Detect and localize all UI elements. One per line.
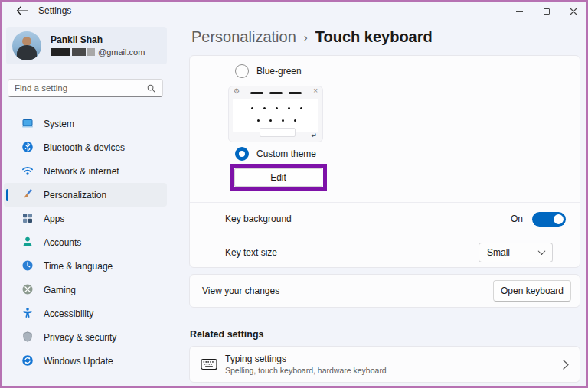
- setting-label: Key background: [225, 214, 292, 224]
- system-icon: [21, 117, 34, 129]
- search-icon: [146, 83, 156, 93]
- setting-label: View your changes: [202, 285, 279, 296]
- sidebar-item-label: Windows Update: [44, 356, 113, 367]
- key-dots-row: [257, 119, 296, 122]
- maximize-icon: [544, 8, 550, 15]
- typing-settings-title: Typing settings: [225, 354, 387, 364]
- close-icon: [570, 8, 577, 15]
- search-input[interactable]: [15, 83, 146, 93]
- sidebar-item-label: Bluetooth & devices: [44, 142, 125, 153]
- titlebar: Settings: [0, 0, 588, 21]
- user-name: Pankil Shah: [51, 34, 145, 45]
- close-button[interactable]: [560, 2, 586, 21]
- edit-button[interactable]: Edit: [234, 168, 322, 187]
- selected-indicator: [6, 189, 8, 201]
- sidebar-item-accounts[interactable]: Accounts: [4, 230, 167, 254]
- sidebar-item-bluetooth[interactable]: Bluetooth & devices: [4, 135, 167, 159]
- key-text-size-dropdown[interactable]: Small: [479, 243, 553, 262]
- breadcrumb-separator-icon: ›: [304, 31, 308, 44]
- sidebar-item-label: Privacy & security: [44, 332, 116, 343]
- key-dots-row: [251, 107, 302, 109]
- user-profile[interactable]: Pankil Shah @gmail.com: [6, 27, 167, 64]
- apps-icon: [21, 212, 34, 224]
- radio-custom-theme[interactable]: Custom theme: [235, 147, 316, 161]
- key-background-row: Key background On: [190, 202, 580, 236]
- sidebar-item-label: Accounts: [44, 237, 81, 248]
- breadcrumb: Personalization › Touch keyboard: [191, 28, 433, 46]
- radio-label: Blue-green: [256, 66, 302, 77]
- sidebar-item-time-language[interactable]: Time & language: [4, 254, 167, 278]
- avatar: [12, 31, 41, 60]
- keyboard-handle-dashes: [229, 92, 322, 94]
- search-box[interactable]: [8, 79, 163, 97]
- window-controls: [506, 2, 586, 21]
- personalization-icon: [21, 188, 34, 201]
- page-title: Touch keyboard: [315, 28, 433, 46]
- setting-label: Key text size: [225, 247, 277, 258]
- keyboard-icon: [201, 358, 217, 370]
- sidebar-item-label: System: [44, 119, 74, 129]
- toggle-state-label: On: [511, 214, 523, 224]
- annotation-highlight-box: Edit: [230, 164, 327, 191]
- key-text-size-row: Key text size Small: [190, 236, 580, 269]
- email-domain: @gmail.com: [98, 47, 145, 57]
- sidebar-item-label: Network & internet: [44, 166, 119, 177]
- email-redaction: [51, 48, 70, 56]
- sidebar-item-label: Gaming: [44, 285, 76, 295]
- sidebar-item-gaming[interactable]: Gaming: [4, 278, 167, 302]
- email-redaction: [87, 48, 95, 56]
- back-arrow-icon: [16, 6, 28, 15]
- sidebar-item-label: Apps: [44, 214, 64, 224]
- related-settings-heading: Related settings: [190, 329, 264, 340]
- privacy-icon: [21, 331, 34, 343]
- sidebar-item-privacy[interactable]: Privacy & security: [4, 325, 167, 349]
- accessibility-icon: [21, 307, 34, 319]
- network-icon: [21, 165, 34, 177]
- email-redaction: [72, 48, 86, 56]
- chevron-down-icon: [538, 247, 546, 255]
- breadcrumb-parent[interactable]: Personalization: [191, 28, 296, 46]
- dropdown-value: Small: [487, 247, 539, 258]
- typing-settings-subtitle: Spelling, touch keyboard, hardware keybo…: [225, 366, 387, 375]
- toggle-knob: [554, 214, 564, 224]
- sidebar-item-network[interactable]: Network & internet: [4, 159, 167, 183]
- window-title: Settings: [38, 5, 71, 16]
- sidebar-item-system[interactable]: System: [4, 112, 167, 135]
- minimize-button[interactable]: [506, 2, 533, 21]
- spacebar-key: [260, 128, 296, 137]
- gaming-icon: [21, 283, 34, 295]
- radio-circle-icon[interactable]: [235, 64, 249, 78]
- keyboard-theme-card: Blue-green ⚙ × ↵ Custom theme Edit Key b…: [189, 55, 580, 268]
- typing-settings-row[interactable]: Typing settings Spelling, touch keyboard…: [189, 346, 580, 383]
- view-changes-card: View your changes Open keyboard: [189, 274, 580, 308]
- key-background-toggle[interactable]: [532, 212, 566, 227]
- sidebar-nav: System Bluetooth & devices Network & int…: [4, 112, 167, 373]
- radio-selected-icon[interactable]: [235, 147, 249, 161]
- keyboard-theme-preview[interactable]: ⚙ × ↵: [228, 86, 323, 142]
- back-button[interactable]: [15, 5, 29, 17]
- sidebar-item-label: Accessibility: [44, 308, 93, 319]
- minimize-icon: [516, 11, 523, 12]
- accounts-icon: [21, 236, 34, 248]
- user-email: @gmail.com: [51, 47, 145, 57]
- enter-key-icon: ↵: [311, 132, 317, 139]
- bluetooth-icon: [21, 141, 34, 153]
- maximize-button[interactable]: [533, 2, 560, 21]
- sidebar-item-apps[interactable]: Apps: [4, 207, 167, 230]
- sidebar-item-label: Personalization: [44, 190, 106, 201]
- sidebar-item-label: Time & language: [44, 261, 113, 272]
- radio-label: Custom theme: [256, 148, 316, 159]
- sidebar-item-personalization[interactable]: Personalization: [4, 183, 167, 207]
- radio-blue-green[interactable]: Blue-green: [235, 64, 302, 78]
- settings-window: Settings Pankil Shah @gmail.com: [0, 0, 588, 388]
- windows-update-icon: [21, 354, 34, 367]
- open-keyboard-button[interactable]: Open keyboard: [493, 280, 571, 302]
- sidebar-item-accessibility[interactable]: Accessibility: [4, 302, 167, 325]
- time-language-icon: [21, 259, 34, 272]
- sidebar-item-windows-update[interactable]: Windows Update: [4, 349, 167, 373]
- chevron-right-icon: [563, 360, 569, 370]
